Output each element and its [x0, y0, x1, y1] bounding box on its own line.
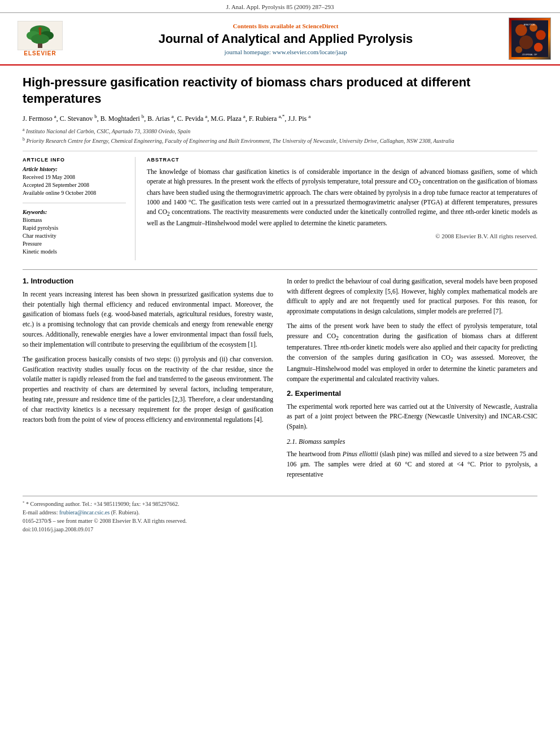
- article-title: High-pressure gasification reactivity of…: [23, 75, 537, 107]
- abstract-text: The knowledge of biomass char gasificati…: [147, 167, 537, 228]
- svg-point-14: [515, 46, 522, 53]
- footer-divider: [23, 496, 537, 496]
- abstract-panel: ABSTRACT The knowledge of biomass char g…: [147, 157, 537, 260]
- journal-title-area: Contents lists available at ScienceDirec…: [71, 23, 500, 55]
- intro-para-right-1: In order to predict the behaviour of coa…: [287, 277, 537, 317]
- left-column: 1. Introduction In recent years increasi…: [23, 277, 273, 484]
- affiliations: a Instituto Nacional del Carbón, CSIC, A…: [23, 126, 537, 145]
- elsevier-text: ELSEVIER: [24, 50, 56, 56]
- svg-rect-5: [38, 43, 42, 48]
- journal-reference: J. Anal. Appl. Pyrolysis 85 (2009) 287–2…: [0, 0, 560, 13]
- corresponding-author: * * Corresponding author. Tel.: +34 9851…: [23, 500, 537, 508]
- keyword-kinetic-models: Kinetic models: [23, 248, 126, 256]
- article-info-title: ARTICLE INFO: [23, 157, 126, 163]
- affiliation-b: b Priority Research Centre for Energy, C…: [23, 136, 537, 145]
- abstract-title: ABSTRACT: [147, 157, 537, 163]
- sciencedirect-line: Contents lists available at ScienceDirec…: [71, 23, 500, 29]
- svg-point-4: [31, 34, 49, 44]
- experimental-heading: 2. Experimental: [287, 389, 537, 397]
- experimental-intro: The experimental work reported here was …: [287, 402, 537, 432]
- journal-title: Journal of Analytical and Applied Pyroly…: [71, 32, 500, 46]
- info-divider: [23, 203, 126, 203]
- keyword-pressure: Pressure: [23, 240, 126, 248]
- sciencedirect-link[interactable]: ScienceDirect: [302, 23, 338, 29]
- authors-line: J. Fermoso a, C. Stevanov b, B. Moghtade…: [23, 113, 537, 123]
- article-info-panel: ARTICLE INFO Article history: Received 1…: [23, 157, 135, 260]
- journal-cover-image: JOURNAL OF ANALYTICAL: [509, 18, 551, 60]
- intro-heading: 1. Introduction: [23, 277, 273, 285]
- svg-point-6: [38, 27, 42, 30]
- body-columns: 1. Introduction In recent years increasi…: [23, 277, 537, 484]
- svg-rect-7: [39, 30, 41, 35]
- journal-homepage: journal homepage: www.elsevier.com/locat…: [71, 49, 500, 55]
- accepted-date: Accepted 28 September 2008: [23, 181, 126, 189]
- history-label: Article history:: [23, 166, 126, 172]
- journal-cover-icon: JOURNAL OF ANALYTICAL: [511, 18, 548, 60]
- author-email[interactable]: frubiera@incar.csic.es: [59, 509, 110, 516]
- svg-point-13: [534, 43, 543, 52]
- journal-cover-area: JOURNAL OF ANALYTICAL: [500, 18, 551, 60]
- license-line: 0165-2370/$ – see front matter © 2008 El…: [23, 517, 537, 525]
- header-divider: [23, 151, 537, 151]
- article-meta-section: ARTICLE INFO Article history: Received 1…: [23, 157, 537, 260]
- email-line: E-mail address: frubiera@incar.csic.es (…: [23, 508, 537, 517]
- keywords-section: Keywords: Biomass Rapid pyrolysis Char r…: [23, 209, 126, 256]
- svg-text:JOURNAL OF: JOURNAL OF: [522, 53, 537, 56]
- right-column: In order to predict the behaviour of coa…: [287, 277, 537, 484]
- affiliation-a: a Instituto Nacional del Carbón, CSIC, A…: [23, 126, 537, 136]
- svg-text:ANALYTICAL: ANALYTICAL: [524, 24, 536, 26]
- available-date: Available online 9 October 2008: [23, 189, 126, 197]
- svg-point-11: [536, 30, 545, 40]
- biomass-samples-text: The heartwood from Pinus elliottii (slas…: [287, 449, 537, 479]
- intro-para-right-2: The aims of the present work have been t…: [287, 321, 537, 385]
- elsevier-logo-area: ELSEVIER: [9, 21, 71, 56]
- biomass-samples-heading: 2.1. Biomass samples: [287, 438, 537, 446]
- intro-para-1: In recent years increasing interest has …: [23, 290, 273, 350]
- footer-area: * * Corresponding author. Tel.: +34 9851…: [23, 500, 537, 534]
- main-content: High-pressure gasification reactivity of…: [0, 65, 560, 543]
- journal-header: ELSEVIER Contents lists available at Sci…: [0, 13, 560, 65]
- keyword-rapid-pyrolysis: Rapid pyrolysis: [23, 224, 126, 232]
- keyword-char-reactivity: Char reactivity: [23, 232, 126, 240]
- abstract-copyright: © 2008 Elsevier B.V. All rights reserved…: [147, 233, 537, 239]
- doi-line: doi:10.1016/j.jaap.2008.09.017: [23, 525, 537, 534]
- svg-point-9: [515, 24, 527, 36]
- intro-para-2: The gasification process basically consi…: [23, 355, 273, 425]
- keyword-biomass: Biomass: [23, 216, 126, 224]
- article-history: Article history: Received 19 May 2008 Ac…: [23, 166, 126, 197]
- elsevier-tree-icon: [18, 21, 63, 50]
- body-divider: [23, 269, 537, 270]
- keywords-label: Keywords:: [23, 209, 126, 215]
- received-date: Received 19 May 2008: [23, 173, 126, 181]
- svg-point-12: [519, 36, 533, 49]
